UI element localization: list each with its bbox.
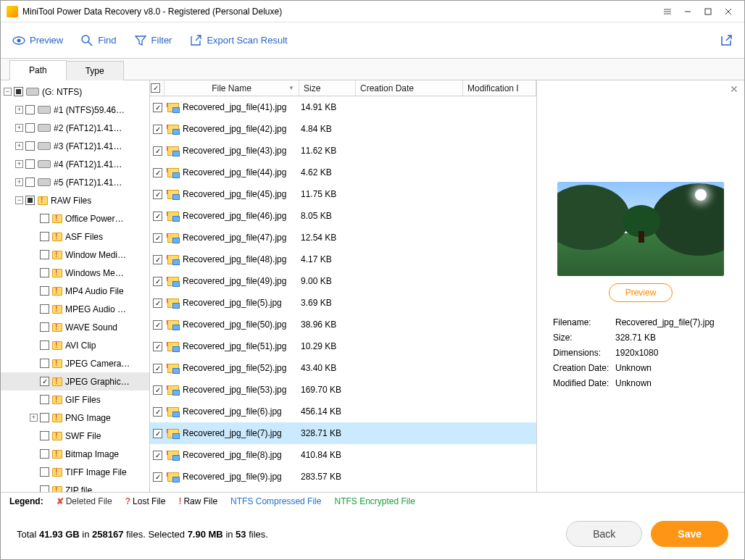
checkbox[interactable] xyxy=(153,320,162,330)
header-filename[interactable]: File Name▼ xyxy=(165,80,299,96)
checkbox[interactable] xyxy=(153,277,162,286)
expand-icon[interactable]: + xyxy=(15,178,23,186)
file-row[interactable]: Recovered_jpg_file(6).jpg 456.14 KB xyxy=(150,401,536,422)
tree-partition[interactable]: + #5 (FAT12)1.41… xyxy=(1,173,149,191)
file-row[interactable]: Recovered_jpg_file(50).jpg 38.96 KB xyxy=(150,314,536,335)
collapse-icon[interactable]: − xyxy=(15,196,23,204)
folder-tree[interactable]: − (G: NTFS) + #1 (NTFS)59.46… + #2 (FAT1… xyxy=(1,80,150,492)
checkbox[interactable] xyxy=(40,395,49,404)
tree-filetype[interactable]: ! TIFF Image File xyxy=(1,463,149,481)
tree-root[interactable]: − (G: NTFS) xyxy=(1,83,149,101)
tree-filetype[interactable]: ! WAVE Sound xyxy=(1,318,149,336)
checkbox[interactable] xyxy=(40,232,49,241)
header-modification[interactable]: Modification I xyxy=(463,80,536,96)
checkbox[interactable] xyxy=(153,146,162,156)
checkbox[interactable] xyxy=(153,385,162,395)
tree-filetype[interactable]: ! MPEG Audio … xyxy=(1,300,149,318)
checkbox[interactable] xyxy=(25,105,35,114)
checkbox[interactable] xyxy=(153,190,162,199)
tree-filetype[interactable]: ! MP4 Audio File xyxy=(1,282,149,300)
tree-filetype[interactable]: ! Window Medi… xyxy=(1,246,149,264)
file-row[interactable]: Recovered_jpg_file(9).jpg 283.57 KB xyxy=(150,466,536,488)
tree-partition[interactable]: + #1 (NTFS)59.46… xyxy=(1,101,149,119)
tree-filetype[interactable]: ! GIF Files xyxy=(1,390,149,409)
menu-icon[interactable] xyxy=(657,4,678,20)
checkbox[interactable] xyxy=(40,250,49,259)
tree-filetype[interactable]: + ! PNG Image xyxy=(1,409,149,427)
tab-path[interactable]: Path xyxy=(9,60,67,80)
filter-button[interactable]: Filter xyxy=(134,34,172,47)
checkbox[interactable] xyxy=(40,413,49,422)
header-creation-date[interactable]: Creation Date xyxy=(356,80,463,96)
checkbox[interactable] xyxy=(153,472,162,482)
close-button[interactable] xyxy=(718,4,738,20)
tree-filetype[interactable]: ! ZIP file xyxy=(1,481,149,492)
checkbox[interactable] xyxy=(40,431,49,440)
header-checkbox[interactable] xyxy=(150,80,165,96)
save-button[interactable]: Save xyxy=(651,521,728,547)
file-row[interactable]: Recovered_jpg_file(47).jpg 12.54 KB xyxy=(150,227,536,248)
checkbox[interactable] xyxy=(25,123,35,133)
expand-icon[interactable]: + xyxy=(15,106,23,114)
tree-filetype[interactable]: ! Office Power… xyxy=(1,209,149,227)
expand-icon[interactable]: + xyxy=(30,414,38,422)
checkbox[interactable] xyxy=(40,322,49,332)
tree-partition[interactable]: + #3 (FAT12)1.41… xyxy=(1,137,149,155)
file-row[interactable]: Recovered_jpg_file(49).jpg 9.00 KB xyxy=(150,270,536,292)
checkbox[interactable] xyxy=(153,451,162,460)
file-row[interactable]: Recovered_jpg_file(45).jpg 11.75 KB xyxy=(150,183,536,205)
file-row[interactable]: Recovered_jpg_file(51).jpg 10.29 KB xyxy=(150,335,536,357)
find-button[interactable]: Find xyxy=(80,34,116,47)
tab-type[interactable]: Type xyxy=(66,61,124,80)
minimize-button[interactable] xyxy=(678,4,698,20)
tree-filetype[interactable]: ! Bitmap Image xyxy=(1,445,149,463)
checkbox[interactable] xyxy=(153,342,162,351)
checkbox[interactable] xyxy=(25,159,35,169)
file-rows[interactable]: Recovered_jpg_file(41).jpg 14.91 KB Reco… xyxy=(150,96,536,492)
checkbox[interactable] xyxy=(25,196,35,205)
collapse-icon[interactable]: − xyxy=(4,88,12,96)
checkbox[interactable] xyxy=(153,103,162,112)
checkbox[interactable] xyxy=(153,407,162,417)
checkbox[interactable] xyxy=(40,268,49,277)
file-row[interactable]: Recovered_jpg_file(8).jpg 410.84 KB xyxy=(150,444,536,466)
preview-open-button[interactable]: Preview xyxy=(609,283,673,302)
checkbox[interactable] xyxy=(40,286,49,296)
checkbox[interactable] xyxy=(40,214,49,223)
checkbox[interactable] xyxy=(153,212,162,221)
tree-filetype[interactable]: ! SWF File xyxy=(1,427,149,445)
file-row[interactable]: Recovered_jpg_file(7).jpg 328.71 KB xyxy=(150,422,536,444)
checkbox[interactable] xyxy=(40,485,49,492)
checkbox[interactable] xyxy=(40,467,49,477)
file-row[interactable]: Recovered_jpg_file(48).jpg 4.17 KB xyxy=(150,248,536,270)
tree-filetype[interactable]: ! ASF Files xyxy=(1,227,149,246)
file-row[interactable]: Recovered_jpg_file(43).jpg 11.62 KB xyxy=(150,140,536,162)
tree-filetype[interactable]: ! Windows Me… xyxy=(1,264,149,282)
file-row[interactable]: Recovered_jpg_file(5).jpg 3.69 KB xyxy=(150,292,536,314)
checkbox[interactable] xyxy=(40,377,49,386)
expand-icon[interactable]: + xyxy=(15,124,23,132)
tree-partition[interactable]: + #2 (FAT12)1.41… xyxy=(1,119,149,137)
export-button[interactable]: Export Scan Result xyxy=(189,34,287,47)
expand-icon[interactable]: + xyxy=(15,142,23,150)
share-button[interactable] xyxy=(720,34,733,47)
checkbox[interactable] xyxy=(14,87,23,96)
checkbox[interactable] xyxy=(153,364,162,373)
checkbox[interactable] xyxy=(40,449,49,459)
checkbox[interactable] xyxy=(153,429,162,438)
file-row[interactable]: Recovered_jpg_file(44).jpg 4.62 KB xyxy=(150,162,536,183)
tree-partition[interactable]: + #4 (FAT12)1.41… xyxy=(1,155,149,173)
close-preview-icon[interactable]: ✕ xyxy=(730,83,738,95)
tree-filetype[interactable]: ! JPEG Graphic… xyxy=(1,372,149,390)
file-row[interactable]: Recovered_jpg_file(53).jpg 169.70 KB xyxy=(150,379,536,401)
checkbox[interactable] xyxy=(153,298,162,308)
tree-filetype[interactable]: ! AVI Clip xyxy=(1,336,149,354)
file-row[interactable]: Recovered_jpg_file(52).jpg 43.40 KB xyxy=(150,357,536,379)
checkbox[interactable] xyxy=(153,255,162,264)
checkbox[interactable] xyxy=(25,177,35,187)
checkbox[interactable] xyxy=(153,168,162,177)
maximize-button[interactable] xyxy=(698,4,718,20)
checkbox[interactable] xyxy=(40,359,49,368)
checkbox[interactable] xyxy=(25,141,35,151)
expand-icon[interactable]: + xyxy=(15,160,23,168)
